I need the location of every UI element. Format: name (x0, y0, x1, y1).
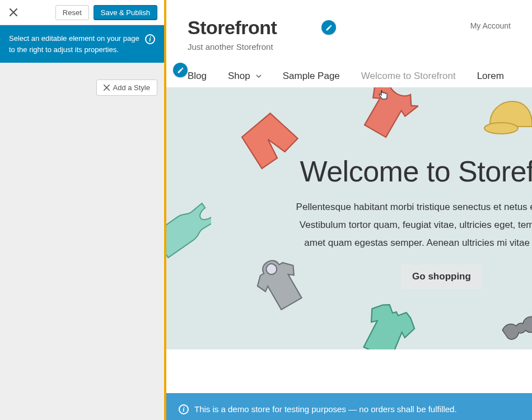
add-style-button[interactable]: Add a Style (96, 80, 158, 96)
sunglasses-icon (498, 311, 532, 345)
hero-section: Welcome to Storefront Pellentesque habit… (166, 87, 532, 349)
hero-title: Welcome to Storefront (250, 155, 532, 188)
info-banner: Select an editable element on your page … (0, 25, 164, 63)
site-header: Storefront Just another Storefront My Ac… (166, 0, 532, 87)
pencil-icon (325, 24, 333, 31)
cursor-hand-icon (378, 90, 388, 102)
demo-store-notice: i This is a demo store for testing purpo… (166, 393, 532, 420)
site-preview: Storefront Just another Storefront My Ac… (166, 0, 532, 420)
cap-icon (482, 93, 532, 143)
add-style-label: Add a Style (113, 83, 151, 92)
site-title[interactable]: Storefront (188, 17, 277, 39)
nav-item-lorem[interactable]: Lorem (477, 71, 504, 82)
tank-top-icon (166, 194, 211, 267)
edit-nav-button[interactable] (173, 63, 188, 77)
nav-item-welcome[interactable]: Welcome to Storefront (361, 71, 456, 82)
chevron-down-icon (256, 73, 262, 79)
nav-item-shop[interactable]: Shop (228, 71, 262, 82)
nav-item-sample-page[interactable]: Sample Page (283, 71, 340, 82)
close-button[interactable] (7, 6, 20, 19)
nav-item-blog[interactable]: Blog (188, 71, 207, 82)
sidebar-toolbar: Reset Save & Publish (0, 0, 164, 25)
hero-text-line: amet quam egestas semper. Aenean ultrici… (250, 235, 532, 251)
svg-point-0 (484, 123, 518, 134)
hero-content: Welcome to Storefront Pellentesque habit… (250, 155, 532, 289)
save-publish-button[interactable]: Save & Publish (94, 5, 157, 20)
demo-store-text: This is a demo store for testing purpose… (194, 404, 457, 414)
go-shopping-button[interactable]: Go shopping (401, 264, 482, 289)
primary-nav: Blog Shop Sample Page Welcome to Storefr… (188, 71, 511, 82)
site-tagline: Just another Storefront (188, 42, 277, 52)
pencil-icon (177, 67, 184, 74)
edit-branding-button[interactable] (321, 20, 336, 35)
reset-button[interactable]: Reset (55, 5, 89, 20)
info-message: Select an editable element on your page … (9, 33, 141, 55)
my-account-link[interactable]: My Account (470, 21, 511, 30)
close-icon (10, 8, 17, 16)
sidebar-body: Add a Style (0, 63, 164, 420)
jacket-icon (357, 300, 418, 349)
customizer-sidebar: Reset Save & Publish Select an editable … (0, 0, 166, 420)
info-icon: i (145, 34, 155, 44)
info-icon: i (179, 404, 189, 414)
close-icon (104, 85, 110, 91)
header-secondary-nav: My Account (470, 21, 511, 30)
hero-text-line: Pellentesque habitant morbi tristique se… (250, 199, 532, 215)
hero-text-line: Vestibulum tortor quam, feugiat vitae, u… (250, 217, 532, 233)
